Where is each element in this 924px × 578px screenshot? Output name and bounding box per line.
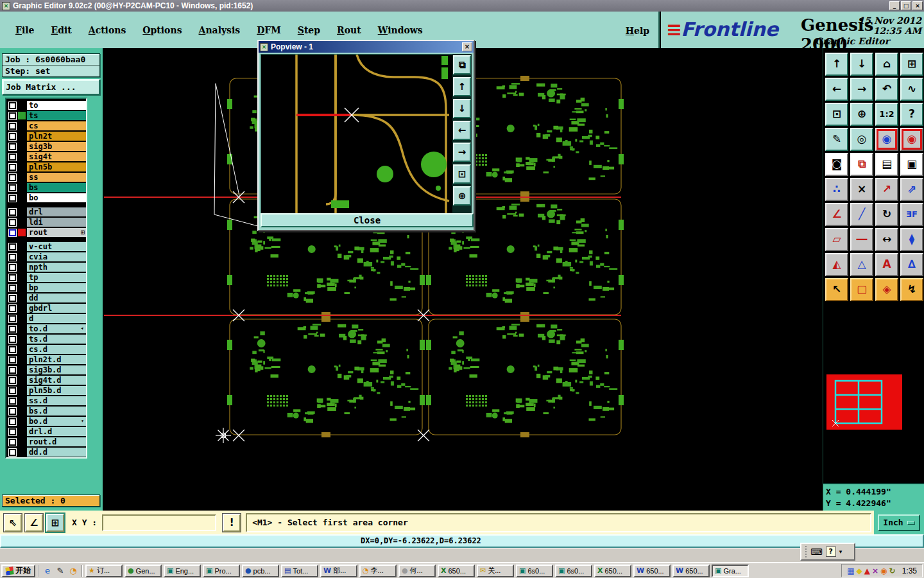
layer-label[interactable]: sig3b <box>27 142 86 151</box>
measure-width-button[interactable]: ↔ <box>875 228 898 251</box>
minimize-button[interactable]: _ <box>889 1 900 10</box>
select-polygon-button[interactable]: ◈ <box>875 278 898 301</box>
layer-checkbox-npth[interactable] <box>9 264 16 271</box>
popview-detach-view-button[interactable]: ⧉ <box>453 55 471 74</box>
popview-close-x[interactable]: × <box>462 42 472 51</box>
layer-row-dd[interactable]: dd <box>9 293 86 303</box>
layer-label[interactable]: pln2t.d <box>27 355 86 364</box>
layer-label[interactable]: bp <box>27 283 86 292</box>
task-button-13[interactable]: X650... <box>594 565 631 577</box>
language-bar[interactable]: ⌨ ? ▾ <box>800 543 855 561</box>
task-button-0[interactable]: ★订... <box>85 565 123 577</box>
layer-row-ts.d[interactable]: ts.d <box>9 334 86 344</box>
layer-label[interactable]: cvia <box>27 252 86 261</box>
layer-row-ldi[interactable]: ldi <box>9 217 86 227</box>
layer-checkbox-dd[interactable] <box>9 295 16 302</box>
layer-checkbox-to[interactable] <box>9 102 16 109</box>
layer-checkbox-sig3b[interactable] <box>9 143 16 150</box>
layer-row-drl.d[interactable]: drl.d <box>9 426 86 437</box>
layer-row-sig3b.d[interactable]: sig3b.d <box>9 365 86 375</box>
mirror-button[interactable]: ƎF <box>900 203 923 226</box>
keyboard-icon[interactable]: ⌨ <box>810 547 823 557</box>
layer-checkbox-pln5b[interactable] <box>9 164 16 171</box>
layer-row-rout[interactable]: rout⊞ <box>9 227 86 238</box>
layer-row-ss[interactable]: ss <box>9 172 86 182</box>
select-net-button[interactable]: ↯ <box>900 278 923 301</box>
layer-checkbox-bp[interactable] <box>9 285 16 292</box>
surface-union-button[interactable]: ⧫ <box>900 228 923 251</box>
home-view-button[interactable]: ⌂ <box>875 53 898 76</box>
layer-row-to[interactable]: to <box>9 100 86 110</box>
measure-ruler-button[interactable]: ▤ <box>875 153 898 176</box>
layer-row-rout.d[interactable]: rout.d <box>9 437 86 447</box>
tray-pen-icon[interactable]: ◉ <box>880 566 887 575</box>
menu-rout[interactable]: Rout <box>337 25 361 35</box>
layer-label[interactable]: ss.d <box>27 396 86 405</box>
layer-checkbox-ldi[interactable] <box>9 219 16 226</box>
contour-a-button[interactable]: A <box>875 253 898 276</box>
pan-left-button[interactable]: ← <box>825 78 848 101</box>
select-pad-button[interactable]: ▣ <box>900 153 923 176</box>
previous-view-button[interactable]: ↶ <box>875 78 898 101</box>
quad-window-xy-button[interactable]: ⊞ <box>900 53 923 76</box>
copy-object-button[interactable]: ⧉ <box>850 153 873 176</box>
copy-to-layer-button[interactable]: ▱ <box>825 228 848 251</box>
layer-checkbox-bo[interactable] <box>9 195 16 202</box>
popview-zoom-in-fit-button[interactable]: ⊡ <box>453 164 471 184</box>
layer-label[interactable]: pln5b <box>27 162 86 171</box>
menu-dfm[interactable]: DFM <box>257 25 281 35</box>
layer-label[interactable]: to <box>27 101 86 110</box>
layer-checkbox-dd.d[interactable] <box>9 449 16 456</box>
maximize-button[interactable]: □ <box>901 1 911 10</box>
layer-row-bo[interactable]: bo <box>9 193 86 203</box>
layer-row-pln2t.d[interactable]: pln2t.d <box>9 355 86 365</box>
grid-toggle-button[interactable]: ⊞ <box>46 514 64 532</box>
job-matrix-button[interactable]: Job Matrix ... <box>2 79 100 95</box>
snap-locate-button[interactable]: ◎ <box>850 128 873 151</box>
snap-mode-button[interactable]: ⇖ <box>4 514 22 532</box>
task-button-12[interactable]: ▣6s0... <box>555 565 592 577</box>
layer-label[interactable]: drl.d <box>27 427 86 436</box>
unselect-all-button[interactable]: × <box>850 178 873 201</box>
layer-checkbox-drl[interactable] <box>9 209 16 216</box>
contour-open-button[interactable]: △ <box>850 253 873 276</box>
layer-row-cs[interactable]: cs <box>9 121 86 131</box>
layer-row-to.d[interactable]: to.d➤ <box>9 324 86 334</box>
layer-row-sig3b[interactable]: sig3b <box>9 141 86 152</box>
layer-label[interactable]: dd <box>27 293 86 302</box>
layer-row-bo.d[interactable]: bo.d➤ <box>9 416 86 426</box>
layer-row-gbdrl[interactable]: gbdrl <box>9 303 86 313</box>
layer-row-npth[interactable]: npth <box>9 262 86 272</box>
popview-title-bar[interactable]: × Popview - 1 × <box>259 41 474 53</box>
menu-step[interactable]: Step <box>298 25 320 35</box>
layer-checkbox-tp[interactable] <box>9 274 16 281</box>
popview-pan-left-button[interactable]: ← <box>453 121 471 140</box>
task-button-1[interactable]: ●Gen... <box>124 565 162 577</box>
zoom-out-box-button[interactable]: ⊡ <box>825 103 848 126</box>
layer-checkbox-bo.d[interactable] <box>9 418 16 425</box>
layer-checkbox-pln2t.d[interactable] <box>9 356 16 363</box>
pan-up-button[interactable]: ↑ <box>825 53 848 76</box>
task-button-16[interactable]: ▣Gra... <box>712 565 749 577</box>
task-button-4[interactable]: ●pcb... <box>242 565 279 577</box>
layer-checkbox-rout[interactable] <box>9 229 16 236</box>
layer-label[interactable]: ldi <box>27 218 86 227</box>
pan-right-button[interactable]: → <box>850 78 873 101</box>
layer-label[interactable]: sig4t.d <box>27 376 86 385</box>
layer-checkbox-sig4t[interactable] <box>9 153 16 161</box>
close-button[interactable]: × <box>912 1 923 10</box>
netlist-view-b-button[interactable]: ◉ <box>900 128 923 151</box>
layer-row-v-cut[interactable]: v-cut <box>9 241 86 252</box>
layer-checkbox-ts[interactable] <box>9 112 16 119</box>
layer-row-pln2t[interactable]: pln2t <box>9 131 86 141</box>
grow-pad-button[interactable]: ↗ <box>875 178 898 201</box>
popview-pan-down-button[interactable]: ↓ <box>453 99 471 118</box>
layer-checkbox-v-cut[interactable] <box>9 243 16 250</box>
popview-pan-up-button[interactable]: ↑ <box>453 77 471 96</box>
move-object-button[interactable]: ◙ <box>825 153 848 176</box>
help-context-button[interactable]: ? <box>900 103 923 126</box>
layer-label[interactable]: rout⊞ <box>27 228 86 237</box>
layer-checkbox-cs.d[interactable] <box>9 346 16 353</box>
layer-row-d[interactable]: d <box>9 313 86 324</box>
layer-label[interactable]: to.d➤ <box>27 324 86 333</box>
